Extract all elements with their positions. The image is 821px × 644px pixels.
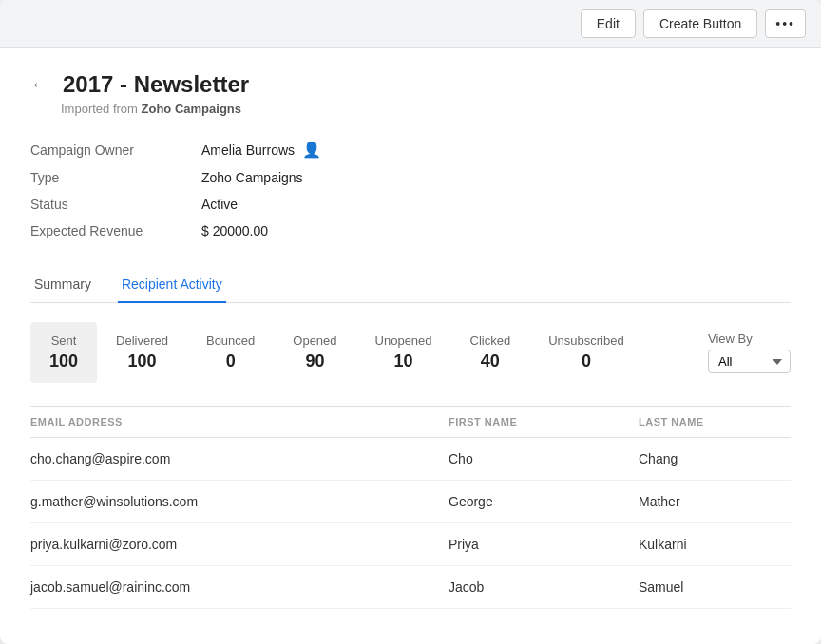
field-value-type: Zoho Campaigns (201, 170, 303, 185)
table-section: EMAIL ADDRESS FIRST NAME LAST NAME cho.c… (30, 406, 791, 609)
edit-button[interactable]: Edit (581, 9, 636, 38)
cell-email: priya.kulkarni@zoro.com (30, 537, 449, 552)
back-arrow-icon[interactable]: ← (30, 75, 48, 95)
stat-opened[interactable]: Opened 90 (274, 322, 355, 383)
table-row[interactable]: priya.kulkarni@zoro.com Priya Kulkarni (30, 523, 791, 566)
stat-clicked-value: 40 (481, 351, 500, 371)
field-row-type: Type Zoho Campaigns (30, 164, 791, 191)
cell-email: cho.chang@aspire.com (30, 451, 449, 466)
stat-sent[interactable]: Sent 100 (30, 322, 97, 383)
tabs-row: Summary Recipient Activity (30, 267, 791, 303)
stat-clicked-label: Clicked (470, 333, 511, 348)
field-value-revenue: $ 20000.00 (201, 223, 268, 238)
field-value-owner: Amelia Burrows 👤 (201, 141, 321, 159)
field-row-status: Status Active (30, 191, 791, 218)
main-window: Edit Create Button ••• ← 2017 - Newslett… (0, 0, 821, 644)
tab-recipient-activity[interactable]: Recipient Activity (118, 267, 226, 303)
cell-firstname: Priya (449, 537, 639, 552)
view-by-section: View By All Sent Opened (708, 331, 791, 373)
stat-clicked[interactable]: Clicked 40 (451, 322, 530, 383)
cell-lastname: Chang (639, 451, 791, 466)
stat-bounced[interactable]: Bounced 0 (187, 322, 274, 383)
more-button[interactable]: ••• (765, 9, 806, 38)
stat-unopened-value: 10 (394, 351, 413, 371)
page-title: 2017 - Newsletter (63, 71, 249, 98)
cell-firstname: Cho (449, 451, 639, 466)
field-label-revenue: Expected Revenue (30, 223, 201, 238)
cell-firstname: George (449, 494, 639, 509)
cell-lastname: Samuel (639, 579, 791, 595)
table-row[interactable]: cho.chang@aspire.com Cho Chang (30, 438, 791, 481)
stat-delivered-value: 100 (127, 351, 156, 371)
import-source: Imported from Zoho Campaigns (61, 102, 791, 116)
stat-sent-label: Sent (51, 333, 77, 348)
stat-unsubscribed-value: 0 (582, 351, 591, 371)
table-header: EMAIL ADDRESS FIRST NAME LAST NAME (30, 407, 791, 438)
table-rows-container: cho.chang@aspire.com Cho Chang g.mather@… (30, 438, 791, 609)
tab-summary[interactable]: Summary (30, 267, 95, 303)
field-value-status: Active (201, 197, 238, 212)
table-row[interactable]: g.mather@winsolutions.com George Mather (30, 481, 791, 523)
import-prefix: Imported from (61, 102, 138, 116)
field-row-owner: Campaign Owner Amelia Burrows 👤 (30, 135, 791, 164)
field-label-type: Type (30, 170, 201, 185)
stat-bounced-value: 0 (226, 351, 236, 371)
col-header-firstname: FIRST NAME (449, 416, 639, 427)
stat-unopened-label: Unopened (375, 333, 432, 348)
create-button[interactable]: Create Button (643, 9, 757, 38)
view-by-select[interactable]: All Sent Opened (708, 350, 791, 373)
stat-opened-label: Opened (293, 333, 336, 348)
import-source-name: Zoho Campaigns (142, 102, 241, 116)
user-icon: 👤 (302, 141, 321, 159)
cell-lastname: Mather (639, 494, 791, 509)
col-header-lastname: LAST NAME (639, 416, 791, 427)
stat-sent-value: 100 (49, 351, 78, 371)
cell-email: jacob.samuel@raininc.com (30, 579, 449, 595)
stats-bar: Sent 100 Delivered 100 Bounced 0 Opened … (30, 322, 791, 383)
stat-unsubscribed-label: Unsubscribed (548, 333, 624, 348)
cell-lastname: Kulkarni (639, 537, 791, 552)
page-header: ← 2017 - Newsletter (30, 71, 791, 98)
cell-email: g.mather@winsolutions.com (30, 494, 449, 509)
field-label-owner: Campaign Owner (30, 142, 201, 158)
fields-section: Campaign Owner Amelia Burrows 👤 Type Zoh… (30, 135, 791, 244)
stat-bounced-label: Bounced (206, 333, 255, 348)
field-row-revenue: Expected Revenue $ 20000.00 (30, 218, 791, 244)
stat-unopened[interactable]: Unopened 10 (356, 322, 451, 383)
cell-firstname: Jacob (449, 579, 639, 595)
stat-unsubscribed[interactable]: Unsubscribed 0 (529, 322, 643, 383)
stat-delivered[interactable]: Delivered 100 (97, 322, 187, 383)
content-area: ← 2017 - Newsletter Imported from Zoho C… (0, 48, 821, 644)
toolbar: Edit Create Button ••• (0, 0, 821, 48)
col-header-email: EMAIL ADDRESS (30, 416, 449, 427)
field-label-status: Status (30, 197, 201, 212)
view-by-label: View By (708, 331, 753, 346)
table-row[interactable]: jacob.samuel@raininc.com Jacob Samuel (30, 566, 791, 609)
stat-delivered-label: Delivered (116, 333, 168, 348)
owner-name: Amelia Burrows (201, 142, 295, 158)
stat-opened-value: 90 (305, 351, 324, 371)
